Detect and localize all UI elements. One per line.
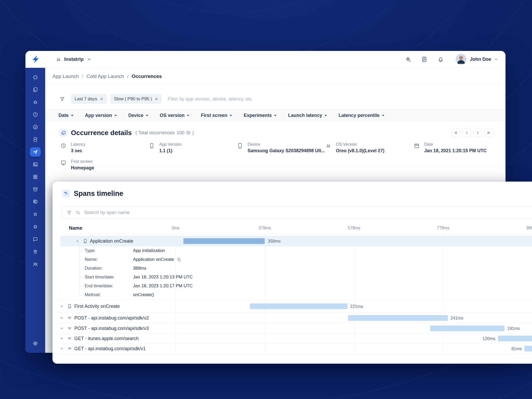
field-value: 1.1 (1) bbox=[159, 148, 182, 154]
sidebar-item-ratings[interactable] bbox=[30, 210, 41, 219]
filter-dropdown-launch-latency[interactable]: Launch latency bbox=[288, 113, 327, 118]
sidebar-item-media[interactable] bbox=[30, 197, 41, 207]
tree-stub bbox=[79, 277, 83, 277]
detail-value: Jan 18, 2023 1:20:13 PM UTC bbox=[133, 274, 193, 280]
detail-value: 389ms bbox=[133, 265, 146, 271]
avatar[interactable] bbox=[456, 54, 467, 65]
filter-dropdown-bar: DateApp versionDeviceOS versionFirst scr… bbox=[45, 109, 506, 121]
span-name: GET - itunes.apple.com/search bbox=[74, 336, 139, 341]
sidebar-item-team[interactable] bbox=[30, 260, 41, 269]
span-row[interactable]: GET - api.instabug.com/api/sdk/v181ms bbox=[52, 344, 532, 354]
sidebar-item-bug-reporting[interactable] bbox=[30, 97, 41, 107]
breadcrumb-item-3[interactable]: Occurrences bbox=[132, 74, 162, 79]
time-tick: 779ms bbox=[437, 226, 449, 230]
sidebar-item-app-performance[interactable] bbox=[30, 135, 41, 144]
occurrence-header: Occurrence details ( Total occurrences 1… bbox=[45, 127, 506, 138]
chevron-down-icon[interactable] bbox=[59, 316, 64, 320]
span-row[interactable]: GET - itunes.apple.com/search120ms bbox=[52, 334, 532, 344]
span-name: POST - api.instabug.com/api/sdk/v2 bbox=[74, 315, 149, 321]
tree-stub bbox=[79, 251, 83, 251]
occurrence-fields: Latency3 secApp Version1.1 (1)DeviceSams… bbox=[45, 142, 505, 176]
sidebar-item-chats[interactable] bbox=[30, 235, 41, 244]
logo[interactable] bbox=[25, 51, 45, 68]
sparkle-icon[interactable] bbox=[404, 56, 411, 63]
span-bar bbox=[250, 303, 348, 309]
span-search-input[interactable] bbox=[84, 210, 532, 215]
sidebar-item-apm[interactable] bbox=[30, 122, 41, 132]
filter-dropdown-app-version[interactable]: App version bbox=[85, 113, 117, 118]
release-notes-icon[interactable] bbox=[421, 56, 428, 63]
filter-chip[interactable]: Last 7 days× bbox=[71, 94, 107, 104]
filter-dropdown-first-screen[interactable]: First screen bbox=[201, 113, 232, 118]
sidebar-item-settings[interactable] bbox=[25, 340, 45, 347]
sidebar-item-archive[interactable] bbox=[30, 185, 41, 194]
sidebar-item-reports[interactable] bbox=[30, 85, 41, 94]
first-page-button[interactable] bbox=[451, 128, 460, 137]
occurrence-icon bbox=[59, 129, 67, 137]
chevron-down-icon[interactable] bbox=[59, 347, 64, 351]
sidebar-item-screenshots[interactable] bbox=[30, 160, 41, 169]
sidebar-item-features[interactable] bbox=[30, 172, 41, 182]
detail-value: App initialization bbox=[133, 248, 165, 254]
tree-stub bbox=[79, 295, 83, 295]
chevron-down-icon[interactable] bbox=[59, 336, 64, 341]
time-tick: 989ms bbox=[526, 226, 532, 230]
breadcrumb-item-1[interactable]: App Launch bbox=[52, 74, 79, 79]
field-text: OS VersionOreo (v8.1.0)(Level 27) bbox=[336, 142, 384, 154]
close-icon[interactable]: × bbox=[155, 96, 158, 102]
sidebar-item-issues[interactable] bbox=[30, 222, 41, 231]
filter-dropdown-device[interactable]: Device bbox=[128, 113, 148, 118]
filter-dropdown-latency-percentile[interactable]: Latency percentile bbox=[338, 113, 384, 118]
span-row[interactable]: POST - api.instabug.com/api/sdk/v3191ms bbox=[52, 323, 532, 334]
chevron-down-icon[interactable] bbox=[59, 326, 64, 330]
span-duration-label: 81ms bbox=[511, 346, 522, 351]
breadcrumb-item-2[interactable]: Cold App Launch bbox=[87, 74, 124, 79]
notifications-icon[interactable] bbox=[437, 56, 444, 63]
filter-dropdown-os-version[interactable]: OS version bbox=[160, 113, 189, 118]
project-selector[interactable]: Instatrip bbox=[45, 56, 92, 62]
chevron-down-icon[interactable] bbox=[494, 57, 498, 62]
field-label: OS Version bbox=[336, 142, 384, 147]
filter-input[interactable] bbox=[168, 96, 495, 102]
span-row[interactable]: POST - api.instabug.com/api/sdk/v2241ms bbox=[52, 313, 532, 323]
close-icon[interactable]: × bbox=[100, 96, 103, 102]
spans-title: Spans timeline bbox=[74, 190, 123, 198]
chevron-down-icon bbox=[274, 115, 277, 116]
field-value: 3 sec bbox=[71, 148, 85, 154]
info-icon[interactable] bbox=[186, 131, 190, 135]
total-occurrences-count: 100 bbox=[177, 130, 184, 136]
occurrence-field: Latency3 sec bbox=[60, 142, 149, 154]
user-name: John Doe bbox=[470, 57, 491, 62]
sidebar-item-app-launch[interactable] bbox=[30, 147, 41, 157]
topbar-right: John Doe bbox=[395, 54, 506, 65]
chevron-down-icon bbox=[146, 115, 148, 116]
filter-chip-label: Slow ( P90 to P95 ) bbox=[114, 96, 152, 102]
copy-icon[interactable] bbox=[177, 257, 181, 262]
occurrence-subtitle: ( Total occurrences 100 ) bbox=[135, 130, 194, 136]
sidebar-item-locations[interactable] bbox=[30, 247, 41, 256]
phone-icon bbox=[83, 238, 88, 244]
sidebar-nav bbox=[30, 72, 41, 272]
chevron-down-icon[interactable] bbox=[59, 304, 64, 309]
filter-chip[interactable]: Slow ( P90 to P95 )× bbox=[110, 94, 162, 104]
breadcrumb: App Launch/Cold App Launch/Occurrences bbox=[45, 68, 506, 85]
filter-dropdown-experiments[interactable]: Experiments bbox=[244, 113, 277, 118]
chevron-up-icon[interactable] bbox=[75, 239, 80, 243]
tree-stub bbox=[79, 268, 83, 269]
sidebar-item-crashes[interactable] bbox=[30, 110, 41, 119]
span-row-expanded[interactable]: Application onCreate 358ms bbox=[60, 236, 532, 247]
filter-dropdown-label: Launch latency bbox=[288, 113, 322, 118]
sidebar-item-home[interactable] bbox=[30, 72, 41, 82]
last-page-button[interactable] bbox=[484, 128, 493, 137]
spans-timeline-card: Spans timeline Name 0ms379ms579ms779ms98… bbox=[52, 182, 532, 364]
filter-dropdown-date[interactable]: Date bbox=[58, 113, 74, 118]
span-row[interactable]: First Activity onCreate221ms bbox=[52, 300, 532, 313]
span-name: POST - api.instabug.com/api/sdk/v3 bbox=[74, 325, 149, 331]
span-bar bbox=[348, 315, 448, 321]
prev-page-button[interactable] bbox=[462, 128, 471, 137]
filter-dropdown-label: Latency percentile bbox=[338, 113, 380, 118]
occurrence-field: First screenHomepage bbox=[60, 159, 149, 171]
funnel-icon[interactable] bbox=[66, 210, 72, 215]
next-page-button[interactable] bbox=[473, 128, 482, 137]
os-icon bbox=[325, 143, 331, 149]
